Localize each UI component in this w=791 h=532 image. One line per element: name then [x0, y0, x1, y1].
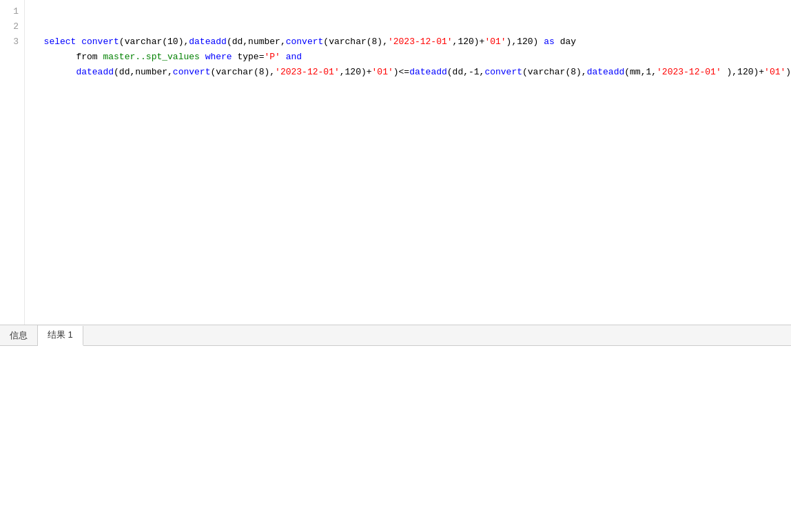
tab-信息[interactable]: 信息: [0, 325, 38, 345]
editor-panel: 123 select convert(varchar(10),dateadd(d…: [0, 0, 791, 325]
code-content[interactable]: select convert(varchar(10),dateadd(dd,nu…: [25, 0, 791, 325]
line-numbers: 123: [0, 0, 25, 325]
bottom-panel: 信息结果 1: [0, 325, 791, 532]
results-area[interactable]: [0, 346, 791, 532]
tab-结果 1[interactable]: 结果 1: [38, 326, 83, 346]
tab-bar: 信息结果 1: [0, 325, 791, 346]
